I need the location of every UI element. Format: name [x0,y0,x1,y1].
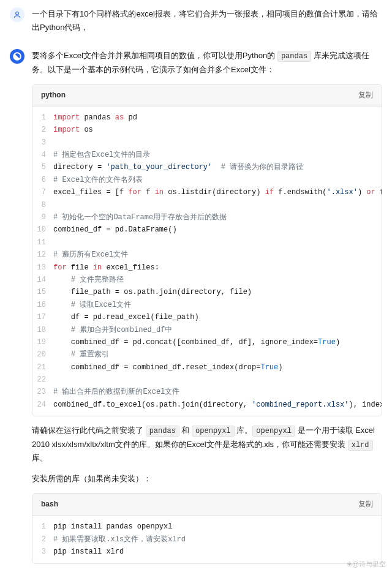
bot-mid1: 请确保在运行此代码之前安装了 pandas 和 openpyxl 库。openp… [32,424,382,465]
code-line: 9# 初始化一个空的DataFrame用于存放合并后的数据 [32,211,382,224]
line-number: 13 [32,261,53,274]
inline-code: pandas [146,426,179,437]
line-number: 6 [32,174,53,186]
line-content: # 输出合并后的数据到新的Excel文件 [53,386,382,398]
code-line: 21 combined_df = combined_df.reset_index… [32,361,382,374]
line-number: 9 [32,211,53,224]
line-number: 18 [32,324,53,336]
inline-code: openpyxl [252,426,295,437]
bot-message: 要将多个Excel文件合并并累加相同项目的数值，你可以使用Python的 pan… [0,42,392,575]
line-content: excel_files = [f for f in os.listdir(dir… [53,186,382,198]
code-line: 15 file_path = os.path.join(directory, f… [32,286,382,298]
line-number: 24 [32,399,53,411]
code-line: 7excel_files = [f for f in os.listdir(di… [32,186,382,198]
watermark: ❀@诗与星空 [347,559,386,570]
line-content: # Excel文件的文件名列表 [53,174,382,186]
bot-content: 要将多个Excel文件合并并累加相同项目的数值，你可以使用Python的 pan… [32,49,382,575]
code-line: 18 # 累加合并到combined_df中 [32,324,382,336]
line-content [53,236,382,249]
line-content [53,374,382,386]
code-line: 2import os [32,124,382,136]
code-line: 16 # 读取Excel文件 [32,299,382,311]
code-line: 4# 指定包含Excel文件的目录 [32,149,382,161]
line-content: # 如果需要读取.xls文件，请安装xlrd [53,533,382,546]
line-number: 1 [32,111,53,124]
user-avatar [10,7,24,22]
code-line: 14 # 文件完整路径 [32,274,382,286]
line-number: 23 [32,386,53,398]
code-line: 11 [32,236,382,249]
code-block-bash: bash 复制 1pip install pandas openpyxl2# 如… [32,493,382,563]
line-number: 16 [32,299,53,311]
line-number: 22 [32,374,53,386]
line-number: 4 [32,149,53,161]
code-line: 5directory = 'path_to_your_directory' # … [32,161,382,173]
user-message: 一个目录下有10个同样格式的excel报表，将它们合并为一张报表，相同项目的数值… [0,0,392,42]
line-content: combined_df = pd.concat([combined_df, df… [53,336,382,348]
line-content: # 初始化一个空的DataFrame用于存放合并后的数据 [53,211,382,224]
line-content: # 指定包含Excel文件的目录 [53,149,382,161]
code-line: 20 # 重置索引 [32,348,382,361]
line-number: 17 [32,311,53,323]
code-line: 2# 如果需要读取.xls文件，请安装xlrd [32,533,382,546]
line-number: 11 [32,236,53,249]
line-content: df = pd.read_excel(file_path) [53,311,382,323]
line-content: # 累加合并到combined_df中 [53,324,382,336]
line-content: # 文件完整路径 [53,274,382,286]
line-content: # 遍历所有Excel文件 [53,249,382,261]
line-number: 1 [32,521,53,533]
line-number: 21 [32,361,53,374]
copy-button[interactable]: 复制 [358,89,373,101]
code-header: bash 复制 [32,494,382,516]
code-line: 3 [32,137,382,149]
code-line: 22 [32,374,382,386]
svg-point-0 [16,12,19,15]
code-line: 6# Excel文件的文件名列表 [32,174,382,186]
line-content: combined_df = combined_df.reset_index(dr… [53,361,382,374]
line-number: 20 [32,348,53,361]
code-line: 23# 输出合并后的数据到新的Excel文件 [32,386,382,398]
code-line: 10combined_df = pd.DataFrame() [32,224,382,236]
user-content: 一个目录下有10个同样格式的excel报表，将它们合并为一张报表，相同项目的数值… [32,7,382,34]
line-number: 15 [32,286,53,298]
code-line: 12# 遍历所有Excel文件 [32,249,382,261]
notes-title: 注意： [32,573,382,575]
line-content: # 重置索引 [53,348,382,361]
line-number: 12 [32,249,53,261]
line-content: import pandas as pd [53,111,382,124]
code-body[interactable]: 1import pandas as pd2import os34# 指定包含Ex… [32,107,382,416]
line-content [53,199,382,211]
inline-code: xlrd [348,440,373,451]
line-number: 5 [32,161,53,173]
line-number: 8 [32,199,53,211]
line-content: combined_df.to_excel(os.path.join(direct… [53,399,382,411]
copy-button[interactable]: 复制 [358,498,373,510]
line-content [53,137,382,149]
code-lang-label: python [41,89,66,101]
code-line: 3pip install xlrd [32,546,382,558]
line-number: 19 [32,336,53,348]
line-content: # 读取Excel文件 [53,299,382,311]
line-number: 2 [32,533,53,546]
code-line: 13for file in excel_files: [32,261,382,274]
bot-avatar [10,49,24,64]
line-number: 3 [32,546,53,558]
intro-pre: 要将多个Excel文件合并并累加相同项目的数值，你可以使用Python的 [32,51,277,60]
line-number: 14 [32,274,53,286]
bot-mid2: 安装所需的库（如果尚未安装）： [32,472,382,486]
code-line: 24combined_df.to_excel(os.path.join(dire… [32,399,382,411]
code-header: python 复制 [32,85,382,107]
line-number: 2 [32,124,53,136]
line-number: 3 [32,137,53,149]
code-block-python: python 复制 1import pandas as pd2import os… [32,84,382,417]
line-content: pip install pandas openpyxl [53,521,382,533]
line-content: import os [53,124,382,136]
code-body[interactable]: 1pip install pandas openpyxl2# 如果需要读取.xl… [32,516,382,563]
line-content: pip install xlrd [53,546,382,558]
line-content: directory = 'path_to_your_directory' # 请… [53,161,382,173]
inline-code-pandas: pandas [277,51,311,62]
code-line: 8 [32,199,382,211]
user-text: 一个目录下有10个同样格式的excel报表，将它们合并为一张报表，相同项目的数值… [32,7,382,34]
line-content: combined_df = pd.DataFrame() [53,224,382,236]
code-line: 17 df = pd.read_excel(file_path) [32,311,382,323]
